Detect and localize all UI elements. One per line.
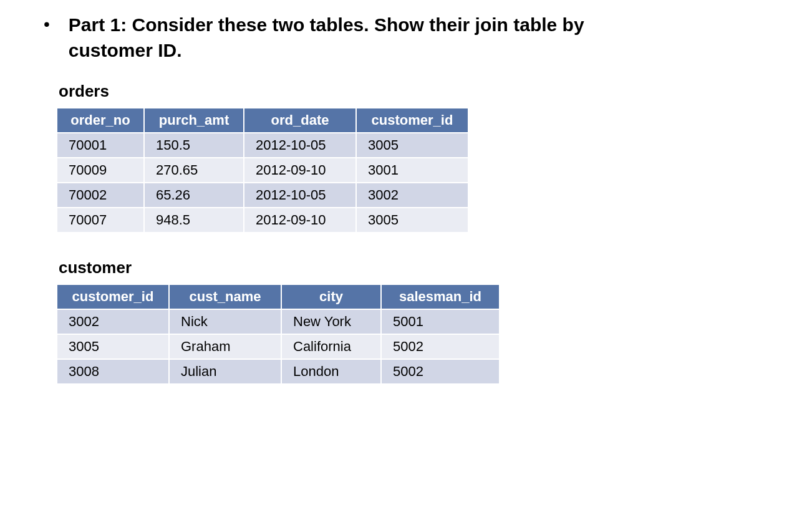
cell: 2012-10-05 xyxy=(244,133,356,158)
cell: 70002 xyxy=(57,183,144,208)
cell: Nick xyxy=(169,309,281,334)
customer-title: customer xyxy=(59,258,787,277)
table-row: 70001 150.5 2012-10-05 3005 xyxy=(57,133,468,158)
cell: 70007 xyxy=(57,208,144,233)
orders-header-cell: customer_id xyxy=(356,108,468,133)
cell: New York xyxy=(281,309,381,334)
cell: 3008 xyxy=(57,359,169,384)
orders-header-row: order_no purch_amt ord_date customer_id xyxy=(57,108,468,133)
cell: 3002 xyxy=(57,309,169,334)
cell: Graham xyxy=(169,334,281,359)
table-row: 3002 Nick New York 5001 xyxy=(57,309,500,334)
table-row: 3005 Graham California 5002 xyxy=(57,334,500,359)
cell: California xyxy=(281,334,381,359)
table-row: 70002 65.26 2012-10-05 3002 xyxy=(57,183,468,208)
customer-header-row: customer_id cust_name city salesman_id xyxy=(57,284,500,309)
cell: 150.5 xyxy=(144,133,244,158)
orders-title: orders xyxy=(59,82,787,101)
cell: 3001 xyxy=(356,158,468,183)
orders-header-cell: ord_date xyxy=(244,108,356,133)
cell: 5002 xyxy=(381,334,500,359)
cell: Julian xyxy=(169,359,281,384)
customer-header-cell: salesman_id xyxy=(381,284,500,309)
cell: 65.26 xyxy=(144,183,244,208)
orders-header-cell: order_no xyxy=(57,108,144,133)
cell: 3005 xyxy=(356,208,468,233)
table-row: 3008 Julian London 5002 xyxy=(57,359,500,384)
cell: 270.65 xyxy=(144,158,244,183)
table-row: 70007 948.5 2012-09-10 3005 xyxy=(57,208,468,233)
cell: 3005 xyxy=(57,334,169,359)
cell: 5001 xyxy=(381,309,500,334)
bullet-icon: • xyxy=(44,12,50,36)
customer-header-cell: city xyxy=(281,284,381,309)
cell: 2012-09-10 xyxy=(244,158,356,183)
orders-table: order_no purch_amt ord_date customer_id … xyxy=(56,107,469,233)
cell: 70009 xyxy=(57,158,144,183)
orders-header-cell: purch_amt xyxy=(144,108,244,133)
customer-block: customer customer_id cust_name city sale… xyxy=(56,258,787,385)
cell: 5002 xyxy=(381,359,500,384)
question-block: • Part 1: Consider these two tables. Sho… xyxy=(25,12,787,63)
table-row: 70009 270.65 2012-09-10 3001 xyxy=(57,158,468,183)
customer-table: customer_id cust_name city salesman_id 3… xyxy=(56,284,500,385)
cell: London xyxy=(281,359,381,384)
cell: 2012-10-05 xyxy=(244,183,356,208)
customer-header-cell: cust_name xyxy=(169,284,281,309)
cell: 948.5 xyxy=(144,208,244,233)
cell: 70001 xyxy=(57,133,144,158)
customer-header-cell: customer_id xyxy=(57,284,169,309)
cell: 3002 xyxy=(356,183,468,208)
cell: 2012-09-10 xyxy=(244,208,356,233)
orders-block: orders order_no purch_amt ord_date custo… xyxy=(56,82,787,233)
question-text: Part 1: Consider these two tables. Show … xyxy=(69,12,630,63)
cell: 3005 xyxy=(356,133,468,158)
